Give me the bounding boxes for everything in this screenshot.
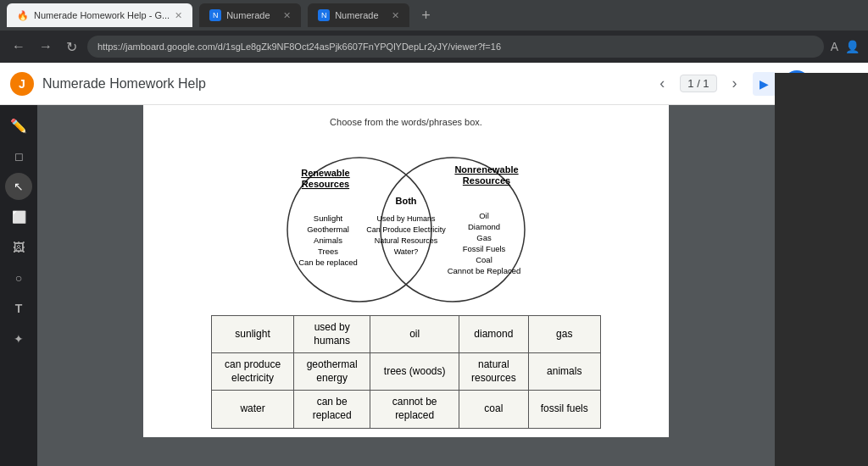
eraser-tool[interactable]: ◻ bbox=[5, 142, 32, 169]
next-slide-button[interactable]: › bbox=[726, 71, 744, 96]
table-cell: water bbox=[212, 391, 294, 428]
center-label: Both bbox=[395, 196, 416, 206]
venn-svg: Renewable Resources Both Nonrenewable Re… bbox=[203, 141, 609, 310]
tab-1-close[interactable]: ✕ bbox=[175, 10, 182, 21]
left-circle-label: Renewable bbox=[301, 168, 349, 178]
table-row: water can bereplaced cannot bereplaced c… bbox=[212, 391, 601, 428]
new-tab-button[interactable]: + bbox=[416, 7, 436, 25]
right-item-3: Gas bbox=[476, 233, 492, 242]
image-tool[interactable]: 🖼 bbox=[5, 234, 32, 261]
present-button[interactable]: ▶ bbox=[753, 72, 776, 96]
laser-tool[interactable]: ✦ bbox=[5, 325, 32, 352]
table-cell: naturalresources bbox=[459, 353, 528, 391]
tab-3[interactable]: N Numerade ✕ bbox=[308, 3, 409, 27]
table-cell: animals bbox=[528, 353, 600, 391]
left-item-4: Trees bbox=[318, 247, 338, 256]
tab-3-close[interactable]: ✕ bbox=[392, 10, 399, 21]
profile-button[interactable]: 👤 bbox=[845, 40, 860, 53]
shape-tool[interactable]: ○ bbox=[5, 264, 32, 291]
left-item-3: Animals bbox=[314, 236, 342, 245]
url-text: https://jamboard.google.com/d/1sgLe8gZk9… bbox=[97, 42, 501, 52]
table-cell: can bereplaced bbox=[294, 391, 370, 428]
table-cell: sunlight bbox=[212, 316, 294, 353]
text-tool[interactable]: T bbox=[5, 295, 32, 322]
center-item-3: Natural Resources bbox=[375, 236, 438, 245]
select-tool[interactable]: ↖ bbox=[5, 173, 32, 200]
right-item-1: Oil bbox=[479, 211, 489, 220]
app-logo: J bbox=[10, 72, 34, 96]
table-cell: fossil fuels bbox=[528, 391, 600, 428]
tab-1-label: Numerade Homework Help - G... bbox=[34, 10, 170, 20]
center-item-4: Water? bbox=[394, 247, 419, 256]
main-content: Choose from the words/phrases box. Renew… bbox=[37, 105, 775, 466]
translate-button[interactable]: A bbox=[831, 40, 838, 53]
center-item-2: Can Produce Electricity bbox=[366, 225, 446, 234]
right-item-2: Diamond bbox=[468, 222, 500, 231]
table-container: sunlight used byhumans oil diamond gas c… bbox=[152, 315, 660, 429]
words-table: sunlight used byhumans oil diamond gas c… bbox=[211, 315, 601, 429]
venn-header: Choose from the words/phrases box. bbox=[152, 114, 660, 132]
right-item-4: Fossil Fuels bbox=[463, 244, 506, 253]
left-item-2: Geothermal bbox=[307, 225, 349, 234]
sticky-note-tool[interactable]: ⬜ bbox=[5, 203, 32, 230]
browser-nav: ← → ↻ https://jamboard.google.com/d/1sgL… bbox=[0, 31, 868, 63]
tab-2[interactable]: N Numerade ✕ bbox=[199, 3, 301, 27]
right-item-6: Cannot be Replaced bbox=[448, 266, 521, 275]
pencil-tool[interactable]: ✏️ bbox=[5, 112, 32, 139]
app-bar: J Numerade Homework Help ‹ 1 / 1 › ▶ AM … bbox=[0, 63, 868, 105]
table-cell: used byhumans bbox=[294, 316, 370, 353]
table-cell: geothermalenergy bbox=[294, 353, 370, 391]
table-cell: can produceelectricity bbox=[212, 353, 294, 391]
right-item-5: Coal bbox=[476, 255, 492, 264]
left-item-1: Sunlight bbox=[314, 214, 343, 223]
page-container: Choose from the words/phrases box. Renew… bbox=[143, 105, 669, 437]
right-sidebar bbox=[775, 73, 868, 466]
tab-2-label: Numerade bbox=[226, 10, 270, 20]
table-cell: cannot bereplaced bbox=[370, 391, 459, 428]
table-cell: diamond bbox=[459, 316, 528, 353]
table-cell: coal bbox=[459, 391, 528, 428]
refresh-button[interactable]: ↻ bbox=[63, 37, 81, 57]
left-sidebar: ✏️ ◻ ↖ ⬜ 🖼 ○ T ✦ bbox=[0, 105, 37, 466]
right-circle-label: Nonrenewable bbox=[454, 164, 518, 175]
back-button[interactable]: ← bbox=[8, 37, 29, 56]
tab-2-close[interactable]: ✕ bbox=[283, 10, 291, 21]
tab-1[interactable]: 🔥 Numerade Homework Help - G... ✕ bbox=[7, 3, 192, 27]
tab-3-label: Numerade bbox=[335, 10, 378, 20]
right-circle-sublabel: Resources bbox=[463, 175, 510, 186]
table-row: can produceelectricity geothermalenergy … bbox=[212, 353, 601, 391]
left-item-5: Can be replaced bbox=[298, 258, 358, 267]
app-title: Numerade Homework Help bbox=[42, 76, 644, 92]
header-instruction: Choose from the words/phrases box. bbox=[330, 117, 482, 127]
table-row: sunlight used byhumans oil diamond gas bbox=[212, 316, 601, 353]
table-cell: gas bbox=[528, 316, 600, 353]
left-circle-sublabel: Resources bbox=[302, 179, 349, 189]
venn-diagram: Renewable Resources Both Nonrenewable Re… bbox=[152, 132, 660, 315]
browser-tabs: 🔥 Numerade Homework Help - G... ✕ N Nume… bbox=[0, 0, 868, 31]
slide-counter: 1 / 1 bbox=[680, 75, 716, 92]
address-bar[interactable]: https://jamboard.google.com/d/1sgLe8gZk9… bbox=[87, 36, 824, 58]
center-item-1: Used by Humans bbox=[376, 214, 436, 223]
table-cell: trees (woods) bbox=[370, 353, 459, 391]
table-cell: oil bbox=[370, 316, 459, 353]
app-logo-letter: J bbox=[19, 77, 25, 91]
prev-slide-button[interactable]: ‹ bbox=[653, 71, 671, 96]
forward-button[interactable]: → bbox=[36, 37, 56, 56]
